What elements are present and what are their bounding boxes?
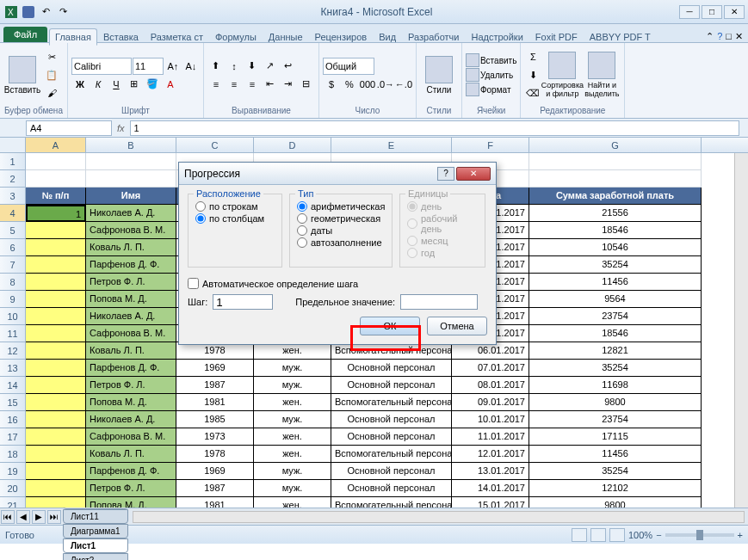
- cell[interactable]: Попова М. Д.: [86, 497, 176, 508]
- cell[interactable]: Основной персонал: [331, 463, 452, 480]
- cell[interactable]: муж.: [254, 411, 331, 428]
- align-left-icon[interactable]: ≡: [207, 76, 225, 93]
- save-icon[interactable]: [21, 4, 36, 20]
- number-format-input[interactable]: [323, 58, 374, 75]
- row-header[interactable]: 13: [0, 360, 26, 377]
- formula-input[interactable]: 1: [130, 120, 739, 136]
- cell[interactable]: Вспомогательный персонал: [331, 497, 452, 508]
- cell[interactable]: Петров Ф. Л.: [86, 480, 176, 497]
- cell[interactable]: 07.01.2017: [452, 360, 529, 377]
- delete-cells-button[interactable]: Удалить: [466, 68, 516, 82]
- sheet-tab[interactable]: Лист11: [63, 509, 128, 524]
- row-header[interactable]: 15: [0, 394, 26, 411]
- row-header[interactable]: 8: [0, 274, 26, 291]
- cell[interactable]: жен.: [254, 342, 331, 360]
- maximize-button[interactable]: □: [702, 5, 722, 19]
- cell[interactable]: 14.01.2017: [452, 480, 529, 497]
- last-sheet-button[interactable]: ⏭: [47, 510, 61, 524]
- cell[interactable]: Основной персонал: [331, 480, 452, 497]
- undo-icon[interactable]: ↶: [38, 4, 53, 20]
- cell[interactable]: жен.: [254, 497, 331, 508]
- cell[interactable]: Коваль Л. П.: [86, 239, 176, 256]
- cell[interactable]: Сафронова В. М.: [86, 428, 176, 446]
- select-all-corner[interactable]: [0, 138, 26, 152]
- row-header[interactable]: 7: [0, 256, 26, 274]
- orientation-icon[interactable]: ↗: [262, 58, 279, 75]
- cell[interactable]: Основной персонал: [331, 411, 452, 428]
- cell[interactable]: муж.: [254, 377, 331, 394]
- row-header[interactable]: 3: [0, 188, 26, 205]
- cell[interactable]: [26, 291, 86, 308]
- wrap-text-icon[interactable]: ↩: [280, 58, 297, 75]
- cut-icon[interactable]: ✂: [43, 48, 60, 65]
- cell[interactable]: Основной персонал: [331, 428, 452, 446]
- increase-indent-icon[interactable]: ⇥: [280, 76, 297, 93]
- currency-icon[interactable]: $: [323, 76, 340, 93]
- step-input[interactable]: [213, 294, 273, 310]
- align-right-icon[interactable]: ≡: [244, 76, 261, 93]
- autosum-icon[interactable]: Σ: [524, 48, 541, 65]
- header-cell[interactable]: Сумма заработной плать: [529, 188, 702, 205]
- column-header[interactable]: D: [254, 138, 331, 152]
- type-geometric-radio[interactable]: геометрическая: [297, 213, 385, 224]
- cell[interactable]: [26, 377, 86, 394]
- cell[interactable]: Коваль Л. П.: [86, 446, 176, 463]
- type-dates-radio[interactable]: даты: [297, 225, 385, 236]
- cell[interactable]: [26, 153, 86, 170]
- cell[interactable]: [26, 360, 86, 377]
- cell[interactable]: 10546: [529, 239, 702, 256]
- cell[interactable]: 1969: [176, 360, 254, 377]
- cell[interactable]: жен.: [254, 446, 331, 463]
- row-header[interactable]: 18: [0, 446, 26, 463]
- cell[interactable]: Вспомогательный персонал: [331, 446, 452, 463]
- cell[interactable]: 11456: [529, 274, 702, 291]
- row-header[interactable]: 4: [0, 205, 26, 222]
- row-header[interactable]: 17: [0, 428, 26, 446]
- align-middle-icon[interactable]: ↕: [226, 58, 243, 75]
- zoom-slider[interactable]: [665, 533, 734, 537]
- cell[interactable]: [529, 170, 702, 188]
- decrease-decimal-icon[interactable]: ←.0: [395, 76, 412, 93]
- cell[interactable]: 1978: [176, 446, 254, 463]
- cell[interactable]: Петров Ф. Л.: [86, 377, 176, 394]
- header-cell[interactable]: Имя: [86, 188, 176, 205]
- font-color-icon[interactable]: A: [162, 76, 179, 93]
- zoom-level[interactable]: 100%: [628, 530, 652, 540]
- help-icon[interactable]: ?: [717, 31, 722, 42]
- cell[interactable]: [26, 222, 86, 239]
- file-tab[interactable]: Файл: [3, 27, 47, 42]
- cell[interactable]: Петров Ф. Л.: [86, 274, 176, 291]
- fill-color-icon[interactable]: 🪣: [144, 76, 161, 93]
- column-header[interactable]: B: [86, 138, 176, 152]
- align-bottom-icon[interactable]: ⬇: [244, 58, 261, 75]
- cell[interactable]: 9800: [529, 497, 702, 508]
- zoom-in-button[interactable]: +: [738, 530, 743, 540]
- cell[interactable]: Николаев А. Д.: [86, 411, 176, 428]
- dialog-help-button[interactable]: ?: [437, 167, 454, 181]
- cell[interactable]: 1969: [176, 463, 254, 480]
- redo-icon[interactable]: ↷: [55, 4, 71, 20]
- sort-filter-button[interactable]: Сортировка и фильтр: [543, 47, 581, 102]
- cell[interactable]: [26, 463, 86, 480]
- cell[interactable]: [26, 446, 86, 463]
- row-header[interactable]: 12: [0, 342, 26, 360]
- cell[interactable]: [26, 170, 86, 188]
- cell[interactable]: Попова М. Д.: [86, 291, 176, 308]
- cell[interactable]: 17115: [529, 428, 702, 446]
- horizontal-scrollbar[interactable]: [133, 511, 745, 523]
- cell[interactable]: Сафронова В. М.: [86, 222, 176, 239]
- cell[interactable]: [26, 256, 86, 274]
- close-button[interactable]: ✕: [724, 5, 745, 19]
- fill-icon[interactable]: ⬇: [524, 66, 541, 83]
- row-header[interactable]: 10: [0, 308, 26, 325]
- cell[interactable]: муж.: [254, 480, 331, 497]
- page-break-view-icon[interactable]: [609, 528, 625, 542]
- cell[interactable]: 11.01.2017: [452, 428, 529, 446]
- cell[interactable]: 1981: [176, 497, 254, 508]
- row-header[interactable]: 21: [0, 497, 26, 508]
- cell[interactable]: жен.: [254, 394, 331, 411]
- cell[interactable]: 1973: [176, 428, 254, 446]
- italic-icon[interactable]: К: [90, 76, 107, 93]
- merge-icon[interactable]: ⊟: [298, 76, 315, 93]
- cell[interactable]: [26, 274, 86, 291]
